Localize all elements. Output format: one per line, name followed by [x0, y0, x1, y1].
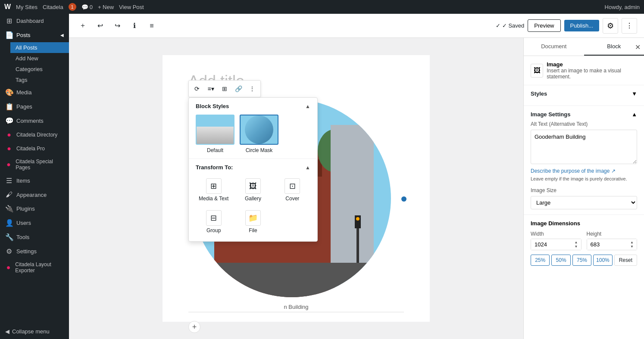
sidebar-item-citadela-special[interactable]: ● Citadela Special Pages — [0, 156, 69, 174]
image-settings-header: Image Settings ▲ — [531, 111, 637, 118]
transform-gallery[interactable]: 🖼 Gallery — [235, 176, 271, 204]
link-button[interactable]: 🔗 — [232, 82, 245, 95]
crop-button[interactable]: ⊞ — [218, 82, 231, 95]
sidebar-item-citadela-pro[interactable]: ● Citadela Pro — [0, 142, 69, 156]
percent-50-button[interactable]: 50% — [551, 255, 570, 266]
transform-group[interactable]: ⊟ Group — [196, 208, 231, 236]
sidebar-item-dashboard[interactable]: ⊞ Dashboard — [0, 14, 69, 28]
new-link[interactable]: + New — [98, 4, 114, 10]
percent-100-button[interactable]: 100% — [593, 255, 612, 266]
list-view-button[interactable]: ≡ — [145, 19, 159, 33]
publish-button[interactable]: Publish... — [564, 20, 599, 31]
describe-purpose-link[interactable]: Describe the purpose of the image ↗ — [531, 168, 637, 174]
dimensions-row: Width ▲ ▼ Height — [531, 231, 637, 250]
style-circle-mask[interactable]: Circle Mask — [240, 115, 278, 153]
right-panel: Document Block ✕ 🖼 Image Insert an image… — [523, 38, 644, 339]
styles-collapse-icon[interactable]: ▲ — [305, 103, 310, 109]
sidebar-item-media[interactable]: 🎨 Media — [0, 85, 69, 100]
block-toolbar: ⟳ ≡▾ ⊞ 🔗 ⋮ — [188, 80, 261, 97]
my-sites-link[interactable]: My Sites — [16, 4, 38, 10]
settings-sidebar-icon: ⚙ — [5, 247, 13, 255]
collapse-menu[interactable]: ◀ Collapse menu — [0, 324, 69, 339]
styles-section: Block Styles ▲ Default — [189, 98, 317, 159]
transform-collapse-icon[interactable]: ▲ — [305, 165, 310, 171]
sidebar-item-all-posts[interactable]: All Posts — [10, 42, 69, 53]
sidebar-item-tools[interactable]: 🔧 Tools — [0, 230, 69, 244]
circle-preview-image — [245, 115, 273, 144]
view-post-link[interactable]: View Post — [119, 4, 144, 10]
describe-note: Leave empty if the image is purely decor… — [531, 176, 637, 182]
transform-section: Transform To: ▲ ⊞ Media & Text — [189, 159, 317, 241]
undo-button[interactable]: ↩ — [93, 19, 107, 33]
percent-25-button[interactable]: 25% — [531, 255, 550, 266]
preview-button[interactable]: Preview — [528, 19, 560, 32]
image-settings-chevron-icon[interactable]: ▲ — [631, 111, 637, 118]
sidebar-item-citadela-dir[interactable]: ● Citadela Directory — [0, 128, 69, 142]
style-options: Default Circle Mask — [196, 115, 310, 153]
media-text-label: Media & Text — [199, 196, 228, 202]
gallery-label: Gallery — [245, 196, 261, 202]
panel-close-button[interactable]: ✕ — [635, 43, 641, 51]
block-info: Image Insert an image to make a visual s… — [547, 61, 637, 80]
toolbar-right: ✓ ✓ Saved Preview Publish... ⚙ ⋮ — [496, 18, 637, 34]
dimensions-title: Image Dimensions — [531, 220, 637, 227]
sidebar-item-items[interactable]: ☰ Items — [0, 174, 69, 188]
reset-button[interactable]: Reset — [614, 255, 637, 266]
tab-document[interactable]: Document — [524, 38, 584, 56]
dashboard-icon: ⊞ — [5, 17, 13, 25]
height-increment-button[interactable]: ▲ — [628, 240, 636, 245]
resize-handle[interactable] — [401, 196, 406, 202]
redo-button[interactable]: ↪ — [110, 19, 124, 33]
sidebar-item-users[interactable]: 👤 Users — [0, 216, 69, 230]
width-increment-button[interactable]: ▲ — [572, 240, 580, 245]
transform-button[interactable]: ⟳ — [191, 82, 203, 95]
sidebar-item-tags[interactable]: Tags — [10, 75, 69, 85]
styles-chevron-icon[interactable]: ▼ — [631, 90, 637, 97]
more-options-button[interactable]: ⋮ — [622, 18, 637, 34]
image-caption[interactable]: n Building — [188, 302, 404, 312]
add-block-bottom-button[interactable]: + — [188, 321, 200, 333]
width-decrement-button[interactable]: ▼ — [572, 245, 580, 249]
alt-text-input[interactable] — [531, 130, 637, 164]
transform-cover[interactable]: ⊡ Cover — [275, 176, 310, 204]
panel-tabs: Document Block ✕ — [524, 38, 644, 56]
sidebar-item-comments[interactable]: 💬 Comments — [0, 114, 69, 128]
alt-text-label: Alt Text (Alternative Text) — [531, 121, 637, 127]
transform-media-text[interactable]: ⊞ Media & Text — [196, 176, 231, 204]
file-label: File — [249, 227, 257, 233]
settings-button[interactable]: ⚙ — [603, 18, 618, 34]
admin-bar: W My Sites Citadela 1 💬 0 + New View Pos… — [0, 0, 644, 14]
citadela-link[interactable]: Citadela — [43, 4, 63, 10]
height-decrement-button[interactable]: ▼ — [628, 245, 636, 249]
transform-title: Transform To: — [196, 164, 233, 171]
default-preview-image — [197, 115, 234, 144]
citadela-layout-icon: ● — [5, 264, 12, 271]
style-default[interactable]: Default — [196, 115, 234, 153]
howdy-text: Howdy, admin — [605, 4, 640, 10]
sidebar-item-settings[interactable]: ⚙ Settings — [0, 244, 69, 258]
info-button[interactable]: ℹ — [128, 19, 141, 33]
comments-link[interactable]: 💬 0 — [81, 4, 93, 10]
sidebar-item-appearance[interactable]: 🖌 Appearance — [0, 188, 69, 202]
transform-header: Transform To: ▲ — [196, 164, 310, 171]
items-icon: ☰ — [5, 177, 13, 185]
add-block-button[interactable]: ＋ — [76, 19, 90, 33]
sidebar-item-pages[interactable]: 📋 Pages — [0, 100, 69, 114]
posts-arrow: ◀ — [60, 33, 64, 37]
updates-badge[interactable]: 1 — [69, 3, 76, 11]
sidebar-item-add-new[interactable]: Add New — [10, 53, 69, 64]
sidebar-item-posts[interactable]: 📄 Posts ◀ — [0, 28, 69, 42]
style-circle-label: Circle Mask — [246, 147, 273, 153]
more-block-button[interactable]: ⋮ — [246, 82, 259, 95]
align-button[interactable]: ≡▾ — [204, 82, 217, 95]
sidebar-item-categories[interactable]: Categories — [10, 64, 69, 75]
percent-75-button[interactable]: 75% — [572, 255, 591, 266]
sidebar-item-citadela-layout[interactable]: ● Citadela Layout Exporter — [0, 258, 69, 277]
image-size-select[interactable]: Large Thumbnail Medium Full Size — [531, 196, 637, 209]
sidebar-item-plugins[interactable]: 🔌 Plugins — [0, 202, 69, 216]
transform-file[interactable]: 📁 File — [235, 208, 271, 236]
height-label: Height — [587, 231, 638, 237]
check-icon: ✓ — [496, 22, 500, 29]
comment-icon: 💬 — [81, 4, 88, 10]
file-icon: 📁 — [245, 210, 261, 226]
